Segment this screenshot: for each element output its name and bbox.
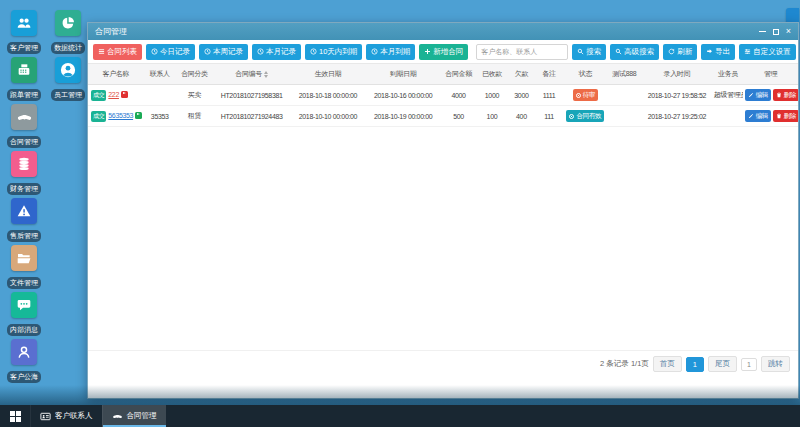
created-cell: 2018-10-27 19:25:02 bbox=[641, 106, 713, 127]
expiring-10-days-button[interactable]: 10天内到期 bbox=[305, 44, 362, 60]
col-end-date: 到期日期 bbox=[366, 64, 441, 85]
test888-cell bbox=[608, 85, 641, 106]
contract-management-window: 合同管理 × 合同列表 今日记录 本周记录 本月记录 bbox=[87, 22, 799, 399]
this-month-records-button[interactable]: 本月记录 bbox=[252, 44, 301, 60]
records-summary: 2 条记录 1/1页 bbox=[600, 359, 649, 369]
desktop-icon-messages[interactable]: 内部消息 bbox=[2, 292, 46, 336]
export-button[interactable]: 导出 bbox=[701, 44, 735, 60]
delete-button[interactable]: 删除 bbox=[773, 110, 798, 122]
handshake-app-icon bbox=[112, 411, 123, 422]
refresh-button[interactable]: 刷新 bbox=[663, 44, 697, 60]
delete-button[interactable]: 删除 bbox=[773, 89, 798, 101]
deal-badge: 成交 bbox=[91, 111, 106, 122]
taskbar-item-customer-contacts[interactable]: 客户联系人 bbox=[30, 405, 102, 427]
desktop-icon-contracts[interactable]: 合同管理 bbox=[2, 104, 46, 148]
contact-cell bbox=[143, 85, 176, 106]
desktop-icon-statistics[interactable]: 数据统计 bbox=[46, 10, 90, 54]
expiring-this-month-button[interactable]: 本月到期 bbox=[366, 44, 415, 60]
minimize-button[interactable] bbox=[759, 31, 766, 33]
jump-button[interactable]: 跳转 bbox=[761, 356, 790, 372]
remark-cell: 111 bbox=[535, 106, 563, 127]
page-1-button[interactable]: 1 bbox=[686, 357, 704, 372]
settings-icon bbox=[744, 48, 751, 55]
desktop-icon-finance[interactable]: 财务管理 bbox=[2, 151, 46, 195]
chat-icon bbox=[16, 297, 32, 313]
end-date-cell: 2018-10-16 00:00:00 bbox=[366, 85, 441, 106]
desktop-icon-label: 文件管理 bbox=[7, 277, 41, 289]
last-page-button[interactable]: 尾页 bbox=[708, 356, 737, 372]
desktop-icon-label: 跟单管理 bbox=[7, 89, 41, 101]
customer-link[interactable]: 222 bbox=[108, 91, 119, 98]
customers-icon bbox=[16, 15, 32, 31]
remark-cell: 1111 bbox=[535, 85, 563, 106]
col-remark: 备注 bbox=[535, 64, 563, 85]
trash-icon bbox=[776, 113, 782, 119]
col-category: 合同分类 bbox=[176, 64, 213, 85]
sort-icon[interactable] bbox=[264, 71, 268, 78]
desktop-icon-label: 合同管理 bbox=[7, 136, 41, 148]
table-header-row: 客户名称 联系人 合同分类 合同编号 生效日期 到期日期 合同金额 已收款 欠款… bbox=[88, 64, 798, 85]
col-salesman: 业务员 bbox=[713, 64, 744, 85]
toolbar: 合同列表 今日记录 本周记录 本月记录 10天内到期 本月到期 bbox=[88, 40, 798, 64]
clock-icon bbox=[371, 48, 378, 55]
desktop-icon-partial[interactable] bbox=[786, 8, 799, 23]
start-button[interactable] bbox=[0, 405, 30, 427]
desktop-icon-public-pool[interactable]: 客户公海 bbox=[2, 339, 46, 383]
qq-status-icon[interactable] bbox=[135, 112, 142, 119]
clock-icon bbox=[257, 48, 264, 55]
trash-icon bbox=[776, 92, 782, 98]
col-start-date: 生效日期 bbox=[290, 64, 365, 85]
desktop-icon-employees[interactable]: 员工管理 bbox=[46, 57, 90, 101]
owed-cell: 400 bbox=[508, 106, 536, 127]
custom-settings-button[interactable]: 自定义设置 bbox=[739, 44, 796, 60]
desktop-icon-label: 内部消息 bbox=[7, 324, 41, 336]
warning-icon bbox=[16, 203, 32, 219]
edit-button[interactable]: 编辑 bbox=[745, 89, 771, 101]
desktop-icon-orders[interactable]: 跟单管理 bbox=[2, 57, 46, 101]
advanced-search-button[interactable]: 高级搜索 bbox=[610, 44, 659, 60]
desktop-icon-aftersales[interactable]: 售后管理 bbox=[2, 198, 46, 242]
col-owed: 欠款 bbox=[508, 64, 536, 85]
list-icon bbox=[98, 48, 105, 55]
col-manage: 管理 bbox=[743, 64, 798, 85]
taskbar-item-contract-management[interactable]: 合同管理 bbox=[102, 405, 166, 427]
maximize-button[interactable] bbox=[773, 29, 779, 35]
col-created: 录入时间 bbox=[641, 64, 713, 85]
col-contract-no[interactable]: 合同编号 bbox=[213, 64, 290, 85]
pie-chart-icon bbox=[60, 15, 76, 31]
search-input[interactable] bbox=[476, 44, 568, 60]
edit-button[interactable]: 编辑 bbox=[745, 110, 771, 122]
desktop-icon-label: 财务管理 bbox=[7, 183, 41, 195]
first-page-button[interactable]: 首页 bbox=[653, 356, 682, 372]
desktop-icon-label: 售后管理 bbox=[7, 230, 41, 242]
search-button[interactable]: 搜索 bbox=[572, 44, 606, 60]
plus-icon bbox=[424, 48, 431, 55]
test888-cell bbox=[608, 106, 641, 127]
status-badge[interactable]: 合同有效 bbox=[566, 110, 604, 122]
deal-badge: 成交 bbox=[91, 90, 106, 101]
close-button[interactable]: × bbox=[786, 27, 791, 36]
category-cell: 租赁 bbox=[176, 106, 213, 127]
taskbar: 客户联系人 合同管理 bbox=[0, 405, 800, 427]
export-icon bbox=[706, 48, 713, 55]
qq-status-icon[interactable] bbox=[121, 91, 128, 98]
fax-icon bbox=[16, 62, 32, 78]
status-badge[interactable]: 待审 bbox=[573, 89, 598, 101]
today-records-button[interactable]: 今日记录 bbox=[146, 44, 195, 60]
contract-list-button[interactable]: 合同列表 bbox=[93, 44, 142, 60]
contact-card-icon bbox=[40, 411, 51, 422]
desktop-icon-label: 数据统计 bbox=[51, 42, 85, 54]
owed-cell: 3000 bbox=[508, 85, 536, 106]
this-week-records-button[interactable]: 本周记录 bbox=[199, 44, 248, 60]
table-row: 成交5635353 35353 租赁 HT201810271924483 201… bbox=[88, 106, 798, 127]
start-date-cell: 2018-10-18 00:00:00 bbox=[290, 85, 365, 106]
salesman-cell bbox=[713, 106, 744, 127]
created-cell: 2018-10-27 19:58:52 bbox=[641, 85, 713, 106]
jump-page-input[interactable] bbox=[741, 358, 757, 371]
clock-icon bbox=[310, 48, 317, 55]
add-contract-button[interactable]: 新增合同 bbox=[419, 44, 468, 60]
desktop-icon-files[interactable]: 文件管理 bbox=[2, 245, 46, 289]
desktop-icon-customers[interactable]: 客户管理 bbox=[2, 10, 46, 54]
col-status: 状态 bbox=[563, 64, 608, 85]
customer-link[interactable]: 5635353 bbox=[108, 112, 133, 119]
